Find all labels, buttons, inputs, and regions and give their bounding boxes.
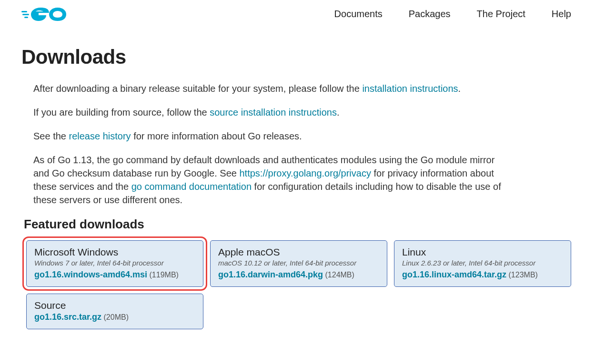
requirements-text: Linux 2.6.23 or later, Intel 64-bit proc… xyxy=(402,259,563,267)
download-card-windows[interactable]: Microsoft Windows Windows 7 or later, In… xyxy=(26,240,203,287)
nav-help[interactable]: Help xyxy=(552,9,571,20)
intro-text: After downloading a binary release suita… xyxy=(21,82,507,207)
svg-rect-0 xyxy=(21,11,27,12)
nav-packages[interactable]: Packages xyxy=(409,9,451,20)
download-filename: go1.16.linux-amd64.tar.gz xyxy=(402,270,506,279)
svg-rect-2 xyxy=(24,17,28,18)
page-title: Downloads xyxy=(21,46,574,69)
link-release-history[interactable]: release history xyxy=(69,131,131,141)
download-size: (119MB) xyxy=(150,271,179,279)
download-cards: Microsoft Windows Windows 7 or later, In… xyxy=(21,240,574,329)
download-size: (123MB) xyxy=(509,271,538,279)
download-size: (124MB) xyxy=(325,271,354,279)
nav-project[interactable]: The Project xyxy=(477,9,525,20)
download-card-macos[interactable]: Apple macOS macOS 10.12 or later, Intel … xyxy=(210,240,387,287)
svg-rect-1 xyxy=(22,14,29,15)
go-logo[interactable] xyxy=(21,5,69,23)
requirements-text: Windows 7 or later, Intel 64-bit process… xyxy=(34,259,195,267)
link-source-install[interactable]: source installation instructions xyxy=(210,107,337,118)
platform-label: Apple macOS xyxy=(218,246,379,258)
featured-downloads-heading: Featured downloads xyxy=(21,217,574,232)
download-card-linux[interactable]: Linux Linux 2.6.23 or later, Intel 64-bi… xyxy=(394,240,571,287)
platform-label: Source xyxy=(34,300,195,311)
requirements-text: macOS 10.12 or later, Intel 64-bit proce… xyxy=(218,259,379,267)
download-size: (20MB) xyxy=(104,313,129,321)
platform-label: Microsoft Windows xyxy=(34,246,195,258)
intro-p1: After downloading a binary release suita… xyxy=(33,82,507,95)
intro-p4: As of Go 1.13, the go command by default… xyxy=(33,153,507,207)
link-install-instructions[interactable]: installation instructions xyxy=(362,83,458,94)
download-filename: go1.16.darwin-amd64.pkg xyxy=(218,270,323,279)
intro-p3: See the release history for more informa… xyxy=(33,129,507,143)
download-card-source[interactable]: Source go1.16.src.tar.gz (20MB) xyxy=(26,294,203,329)
header: Documents Packages The Project Help xyxy=(0,0,595,28)
main-content: Downloads After downloading a binary rel… xyxy=(0,46,595,329)
platform-label: Linux xyxy=(402,246,563,258)
nav-documents[interactable]: Documents xyxy=(334,9,383,20)
link-go-cmd-docs[interactable]: go command documentation xyxy=(131,181,252,192)
link-proxy-privacy[interactable]: https://proxy.golang.org/privacy xyxy=(240,168,371,178)
download-filename: go1.16.src.tar.gz xyxy=(34,312,101,322)
main-nav: Documents Packages The Project Help xyxy=(334,9,571,20)
intro-p2: If you are building from source, follow … xyxy=(33,106,507,119)
download-filename: go1.16.windows-amd64.msi xyxy=(34,270,147,279)
